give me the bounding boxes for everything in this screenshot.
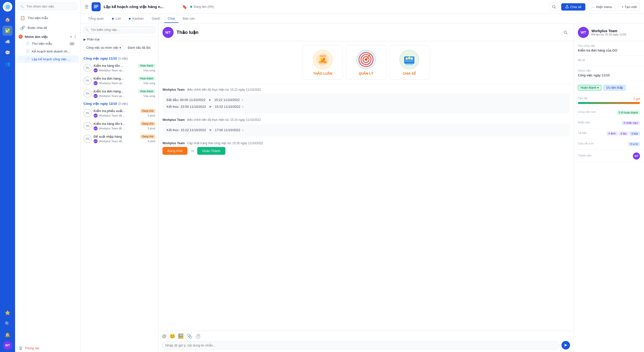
mention-icon[interactable]: @ [162, 334, 167, 339]
task-item[interactable]: 0% Kiểm tra đơn hàng... Hoàn thành WT Wo… [80, 75, 158, 87]
phan-loai-toggle[interactable]: ▶ Phân loại [80, 36, 158, 43]
task-title: Kiểm tra hàng tồn ... [94, 64, 124, 68]
bell-nav-icon[interactable]: 🔔 [3, 330, 13, 340]
rp-task-name-section: Tên công việc Kiểm tra đơn hàng của GO [574, 41, 644, 56]
task-item[interactable]: 0% Kiểm tra đơn hàng... Hoàn thành WT Wo… [80, 87, 158, 100]
chat-title: Thảo luận [177, 30, 558, 35]
emoji-icon[interactable]: 😊 [170, 333, 175, 339]
task-content: Kiểm tra đơn hàng... Hoàn thành WT Workp… [94, 89, 155, 98]
svg-point-26 [406, 58, 408, 60]
more-menu-button[interactable]: ··· Hiện menu [588, 3, 615, 11]
sidebar-search-input[interactable] [18, 3, 77, 10]
chat-search-button[interactable] [561, 28, 570, 36]
sidebar-item-label: Thư viện mẫu [28, 16, 75, 20]
tab-bao-cao[interactable]: Báo cáo [179, 15, 198, 23]
star-nav-icon[interactable]: ⭐ [3, 308, 13, 318]
chat-nav-icon[interactable]: 💬 [3, 48, 13, 58]
status-badge-button[interactable]: Hoàn thành ▾ [578, 85, 601, 90]
more-group-icon[interactable]: ⋮ [73, 35, 77, 39]
chat-avatar: WT [163, 27, 174, 38]
tab-kanban[interactable]: Kanban [125, 15, 147, 23]
home-nav-icon[interactable]: 🏠 [3, 15, 13, 25]
chat-input-area: @ 😊 🖼️ 📎 ⏱️ [158, 331, 574, 352]
timeline-to: 15:22 11/10/2022 [214, 98, 240, 102]
share-button[interactable]: Chia sẻ [561, 3, 586, 11]
icon-bar: 🌐 🏠 ✅ ☁️ 💬 👥 ⭐ 🔍 🔔 WT [0, 0, 15, 352]
sidebar-section-nhom: ⬡ Nhóm làm việc + ⋮ [15, 33, 80, 40]
timeline-expand-icon[interactable]: › [242, 105, 243, 109]
sidebar-item-ke-hoach[interactable]: 📄 Kế hoạch kinh doanh nh... [17, 48, 79, 55]
task-meta-text: Workplus Team đã ... [99, 127, 125, 130]
page-title: Lập kế hoạch công việc hàng n... [104, 5, 179, 9]
msg-sender: Workplus Team [163, 118, 185, 122]
rp-subtitle: Đã tạo lúc 15:18 ngày 11/10 [591, 33, 626, 36]
task-item[interactable]: 0% Kiểm tra hàng tồn ... Hoàn thành WT W… [80, 62, 158, 75]
timeline-expand-icon[interactable]: › [242, 128, 243, 132]
feature-card-chia-se[interactable]: CHIA SẺ [389, 45, 429, 80]
tab-gantt[interactable]: Gantt [148, 15, 163, 23]
more-menu-label: Hiện menu [596, 5, 612, 9]
task-search-input[interactable] [84, 26, 155, 33]
tab-tong-quan[interactable]: Tổng quan [85, 15, 107, 23]
image-icon[interactable]: 🖼️ [178, 333, 184, 339]
rp-header: WT Workplus Team Đã tạo lúc 15:18 ngày 1… [574, 24, 644, 41]
task-meta-text: Workplus Team đã ... [99, 140, 125, 143]
tab-list[interactable]: List [108, 15, 124, 23]
status-arrow-icon: ⇒ [190, 148, 194, 154]
search-nav-icon[interactable]: 🔍 [3, 319, 13, 329]
status-label: Đang làm (0%) [194, 5, 214, 9]
timer-icon[interactable]: ⏱️ [195, 333, 201, 339]
sidebar-item-lap-ke-hoach[interactable]: 📄 Lập kế hoạch công việc ... [17, 56, 79, 63]
cloud-nav-icon[interactable]: ☁️ [3, 37, 13, 47]
rp-document-section: Tài liệu 0 ảnh 0 file 0 link [574, 128, 644, 139]
task-item[interactable]: 0% Kiểm tra phiếu xuất... Đang chờ WT Wo… [80, 107, 158, 120]
task-item[interactable]: 0% Kiểm tra hàng tồn k... Đang chờ WT Wo… [80, 120, 158, 133]
app-logo[interactable]: 🌐 [3, 2, 12, 12]
task-panel: ▶ Phân loại Công việc và nhóm việc ▾ Đán… [80, 24, 158, 352]
status-dang-cho-btn[interactable]: Đang Chờ [163, 147, 187, 155]
tab-chat[interactable]: Chat [164, 15, 178, 23]
priority-badge-button[interactable]: Ưu tiên thấp [603, 85, 626, 90]
send-button[interactable] [561, 341, 570, 349]
timeline-from: Kết thúc: 23:59 11/10/2022 [167, 105, 206, 109]
task-item[interactable]: 0% Đề xuất nhập hàng Đang chờ WT Workplu… [80, 133, 158, 145]
people-nav-icon[interactable]: 👥 [3, 59, 13, 69]
rp-progress-section: Tiến độ 2 giờ [574, 94, 644, 107]
create-new-button[interactable]: + Tạo mới [618, 3, 640, 11]
feature-card-thao-luan[interactable]: 24/24 THẢO LUẬN [303, 45, 343, 80]
task-filter-button[interactable]: Công việc và nhóm việc ▾ [84, 45, 124, 51]
task-group-12-10[interactable]: Công việc ngày 12/10 (3 việc) [80, 100, 158, 107]
hamburger-icon[interactable]: ☰ [85, 4, 89, 10]
thao-luan-card-label: THẢO LUẬN [313, 72, 332, 75]
chat-input[interactable] [162, 341, 559, 349]
sidebar-item-thu-vien-mau[interactable]: 📋 Thư viện mẫu [17, 13, 79, 23]
task-group-11-10[interactable]: Công việc ngày 11/10 (3 việc) [80, 55, 158, 62]
tasks-nav-icon[interactable]: ✅ [3, 26, 13, 36]
timeline-expand-icon[interactable]: › [242, 98, 243, 102]
rp-subtask-label: Công việc con [578, 110, 596, 114]
header-search-button[interactable] [550, 3, 558, 11]
msg-header-3: Workplus Team Cập nhật trạng thái công v… [163, 141, 570, 145]
add-group-icon[interactable]: + [70, 35, 72, 39]
feature-card-quan-ly[interactable]: QUẢN LÝ [346, 45, 386, 80]
sidebar-item-duoc-chia-se[interactable]: 🔗 Được chia sẻ [17, 23, 79, 32]
bookmark-icon[interactable]: 🔖 [182, 5, 187, 9]
rp-description-label: Mô tả [578, 59, 640, 62]
status-badge-label: Hoàn thành [581, 86, 596, 89]
user-avatar[interactable]: WT [3, 341, 12, 350]
sidebar-trash[interactable]: 🗑️ Thùng rác [15, 344, 80, 352]
lap-ke-hoach-label: Lập kế hoạch công việc ... [32, 57, 70, 61]
timeline-from: Bắt đầu: 00:00 11/10/2022 [167, 98, 206, 102]
sidebar-item-thu-vien-mau-sub[interactable]: 📄 Thư viện mẫu (2) [17, 40, 79, 47]
mark-read-button[interactable]: Đánh dấu đã đọc [126, 45, 153, 51]
rp-progress-label: Tiến độ [578, 97, 587, 100]
app-task-icon [92, 2, 101, 11]
msg-action: Cập nhật trạng thái công việc lúc 15:26 … [187, 141, 263, 145]
attachment-icon[interactable]: 📎 [187, 333, 192, 339]
new-btn-label: Tạo mới [625, 5, 637, 9]
priority-badge-label: Ưu tiên thấp [606, 86, 623, 89]
status-hoan-thanh-btn[interactable]: Hoàn Thành [197, 147, 225, 155]
task-content: Đề xuất nhập hàng Đang chờ WT Workplus T… [94, 135, 155, 143]
svg-line-6 [566, 33, 567, 34]
task-progress: 0% [84, 64, 92, 72]
